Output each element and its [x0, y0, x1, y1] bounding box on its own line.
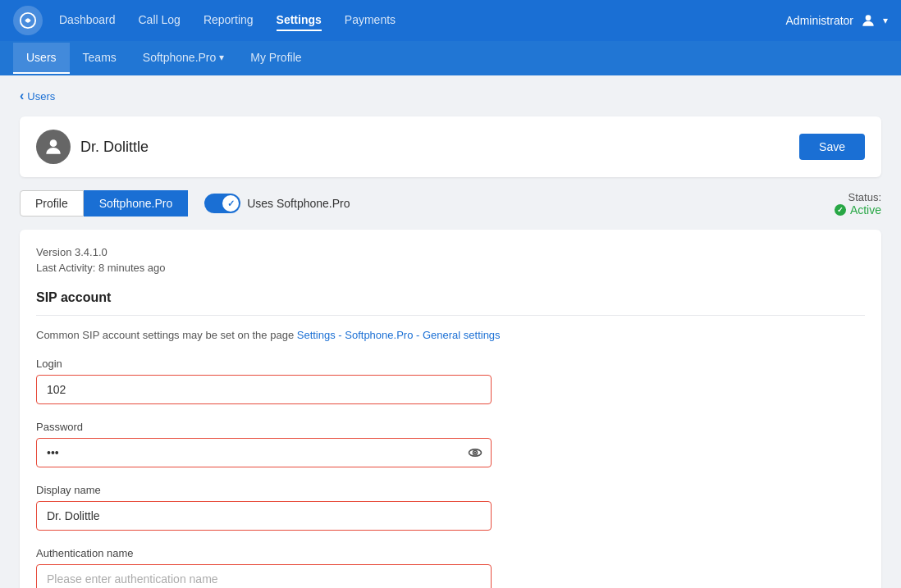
softphone-toggle[interactable]: ✓: [204, 194, 240, 213]
display-name-label: Display name: [36, 484, 865, 496]
display-name-field-group: Display name: [36, 484, 865, 531]
last-activity: Last Activity: 8 minutes ago: [36, 262, 865, 274]
last-activity-value: 8 minutes ago: [98, 262, 166, 274]
status-value: Active: [850, 203, 881, 217]
chevron-down-icon: [219, 52, 224, 63]
display-name-input[interactable]: [36, 501, 492, 531]
user-header-card: Dr. Dolittle Save: [20, 116, 881, 177]
tabs-status-row: Profile Softphone.Pro ✓ Uses Softphone.P…: [20, 190, 881, 217]
last-activity-label: Last Activity:: [36, 262, 98, 274]
subnav-softphone[interactable]: Softphone.Pro: [130, 43, 238, 74]
password-input-wrap: [36, 438, 492, 467]
sub-nav: Users Teams Softphone.Pro My Profile: [0, 41, 901, 75]
password-input[interactable]: [36, 438, 492, 467]
nav-reporting[interactable]: Reporting: [204, 10, 254, 31]
toggle-password-button[interactable]: [467, 444, 483, 461]
sip-description: Common SIP account settings may be set o…: [36, 329, 865, 341]
breadcrumb-label: Users: [27, 90, 55, 103]
nav-settings[interactable]: Settings: [277, 10, 322, 31]
auth-name-input-wrap: [36, 564, 492, 588]
version-info: Version 3.4.1.0: [36, 246, 865, 258]
auth-name-field-group: Authentication name: [36, 547, 865, 588]
subnav-teams[interactable]: Teams: [70, 43, 130, 74]
svg-point-1: [866, 15, 871, 21]
nav-links: Dashboard Call Log Reporting Settings Pa…: [59, 10, 786, 31]
avatar-icon: [43, 136, 64, 157]
svg-point-2: [50, 139, 57, 147]
user-avatar: [36, 130, 71, 164]
app-logo: [13, 6, 43, 35]
top-nav: Dashboard Call Log Reporting Settings Pa…: [0, 0, 901, 41]
tab-softphone[interactable]: Softphone.Pro: [84, 190, 189, 217]
tab-profile[interactable]: Profile: [20, 190, 84, 217]
user-avatar-icon: [860, 12, 876, 29]
sip-section-title: SIP account: [36, 290, 865, 305]
toggle-check-icon: ✓: [227, 198, 235, 209]
tabs-container: Profile Softphone.Pro ✓ Uses Softphone.P…: [20, 190, 350, 217]
svg-point-5: [474, 452, 477, 454]
nav-payments[interactable]: Payments: [345, 10, 396, 31]
breadcrumb[interactable]: Users: [20, 89, 881, 103]
uses-softphone-label: Uses Softphone.Pro: [247, 197, 350, 210]
login-input-wrap: [36, 375, 492, 404]
sip-settings-card: Version 3.4.1.0 Last Activity: 8 minutes…: [20, 230, 881, 588]
user-menu[interactable]: Administrator: [786, 12, 888, 29]
user-header-left: Dr. Dolittle: [36, 130, 149, 164]
status-dot-icon: ✓: [835, 204, 846, 216]
display-name-input-wrap: [36, 501, 492, 531]
subnav-my-profile[interactable]: My Profile: [237, 43, 314, 74]
status-active: ✓ Active: [835, 203, 881, 217]
toggle-knob: ✓: [222, 195, 239, 212]
page-content: Users Dr. Dolittle Save Profile Softphon…: [0, 75, 901, 588]
sip-settings-link[interactable]: Settings - Softphone.Pro - General setti…: [297, 329, 501, 341]
chevron-down-icon: [883, 15, 888, 26]
nav-dashboard[interactable]: Dashboard: [59, 10, 116, 31]
password-label: Password: [36, 421, 865, 433]
uses-softphone-toggle: ✓ Uses Softphone.Pro: [204, 194, 350, 213]
chevron-left-icon: [20, 89, 24, 103]
status-label: Status:: [835, 191, 881, 203]
login-input[interactable]: [36, 375, 492, 404]
login-label: Login: [36, 358, 865, 370]
nav-calllog[interactable]: Call Log: [139, 10, 181, 31]
user-name-label: Administrator: [786, 14, 853, 27]
password-field-group: Password: [36, 421, 865, 467]
section-divider: [36, 315, 865, 316]
auth-name-label: Authentication name: [36, 547, 865, 559]
login-field-group: Login: [36, 358, 865, 404]
auth-name-input[interactable]: [36, 564, 492, 588]
subnav-users[interactable]: Users: [13, 43, 70, 74]
eye-icon: [467, 444, 483, 461]
save-button[interactable]: Save: [799, 134, 865, 160]
status-area: Status: ✓ Active: [835, 191, 881, 217]
user-display-name: Dr. Dolittle: [80, 139, 149, 156]
